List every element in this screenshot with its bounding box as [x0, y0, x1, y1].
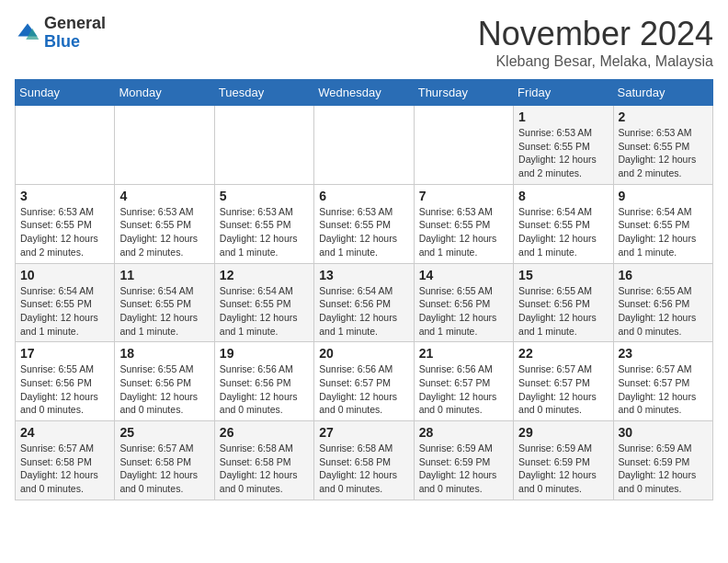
day-info: Sunrise: 6:56 AM Sunset: 6:57 PM Dayligh… [319, 362, 408, 417]
day-info: Sunrise: 6:55 AM Sunset: 6:56 PM Dayligh… [619, 284, 708, 339]
day-info: Sunrise: 6:53 AM Sunset: 6:55 PM Dayligh… [319, 205, 408, 259]
calendar-cell: 16Sunrise: 6:55 AM Sunset: 6:56 PM Dayli… [613, 263, 712, 342]
day-number: 19 [220, 346, 309, 361]
calendar-cell [16, 106, 115, 185]
day-number: 13 [319, 268, 408, 282]
day-info: Sunrise: 6:56 AM Sunset: 6:57 PM Dayligh… [419, 362, 508, 417]
calendar-cell: 25Sunrise: 6:57 AM Sunset: 6:58 PM Dayli… [115, 421, 214, 500]
calendar-cell: 15Sunrise: 6:55 AM Sunset: 6:56 PM Dayli… [514, 263, 613, 342]
calendar-cell: 20Sunrise: 6:56 AM Sunset: 6:57 PM Dayli… [314, 342, 414, 421]
calendar-cell: 7Sunrise: 6:53 AM Sunset: 6:55 PM Daylig… [414, 184, 513, 263]
calendar-cell [414, 106, 513, 185]
calendar-cell: 8Sunrise: 6:54 AM Sunset: 6:55 PM Daylig… [514, 184, 613, 263]
day-info: Sunrise: 6:57 AM Sunset: 6:57 PM Dayligh… [619, 362, 708, 417]
calendar-cell: 4Sunrise: 6:53 AM Sunset: 6:55 PM Daylig… [115, 184, 214, 263]
calendar-cell: 18Sunrise: 6:55 AM Sunset: 6:56 PM Dayli… [115, 342, 214, 421]
day-number: 4 [119, 189, 209, 203]
logo-text: General Blue [44, 15, 106, 52]
day-info: Sunrise: 6:53 AM Sunset: 6:55 PM Dayligh… [220, 205, 309, 259]
day-info: Sunrise: 6:55 AM Sunset: 6:56 PM Dayligh… [419, 284, 508, 339]
day-info: Sunrise: 6:58 AM Sunset: 6:58 PM Dayligh… [319, 442, 408, 496]
day-info: Sunrise: 6:53 AM Sunset: 6:55 PM Dayligh… [20, 205, 109, 259]
calendar-cell: 9Sunrise: 6:54 AM Sunset: 6:55 PM Daylig… [613, 184, 712, 263]
week-row-2: 3Sunrise: 6:53 AM Sunset: 6:55 PM Daylig… [16, 184, 713, 263]
week-row-3: 10Sunrise: 6:54 AM Sunset: 6:55 PM Dayli… [16, 263, 713, 342]
location: Klebang Besar, Melaka, Malaysia [478, 53, 713, 70]
day-info: Sunrise: 6:53 AM Sunset: 6:55 PM Dayligh… [119, 205, 209, 259]
day-number: 25 [119, 425, 209, 440]
calendar-cell: 26Sunrise: 6:58 AM Sunset: 6:58 PM Dayli… [214, 421, 313, 500]
day-info: Sunrise: 6:59 AM Sunset: 6:59 PM Dayligh… [518, 442, 608, 496]
day-number: 14 [419, 268, 508, 282]
day-number: 29 [518, 425, 608, 440]
weekday-header-thursday: Thursday [414, 80, 513, 106]
day-number: 30 [619, 425, 708, 440]
week-row-5: 24Sunrise: 6:57 AM Sunset: 6:58 PM Dayli… [16, 421, 713, 500]
day-number: 21 [419, 346, 508, 361]
day-number: 23 [619, 346, 708, 361]
calendar-cell [314, 106, 414, 185]
day-number: 16 [619, 268, 708, 282]
calendar-cell: 21Sunrise: 6:56 AM Sunset: 6:57 PM Dayli… [414, 342, 513, 421]
weekday-header-row: SundayMondayTuesdayWednesdayThursdayFrid… [16, 80, 713, 106]
weekday-header-saturday: Saturday [613, 80, 712, 106]
calendar-cell [214, 106, 313, 185]
day-info: Sunrise: 6:54 AM Sunset: 6:56 PM Dayligh… [319, 284, 408, 339]
day-number: 20 [319, 346, 408, 361]
calendar-cell: 24Sunrise: 6:57 AM Sunset: 6:58 PM Dayli… [16, 421, 115, 500]
calendar: SundayMondayTuesdayWednesdayThursdayFrid… [15, 79, 713, 500]
day-info: Sunrise: 6:57 AM Sunset: 6:58 PM Dayligh… [20, 442, 109, 496]
week-row-4: 17Sunrise: 6:55 AM Sunset: 6:56 PM Dayli… [16, 342, 713, 421]
day-info: Sunrise: 6:53 AM Sunset: 6:55 PM Dayligh… [419, 205, 508, 259]
day-number: 24 [20, 425, 109, 440]
month-title: November 2024 [478, 15, 713, 53]
calendar-cell: 10Sunrise: 6:54 AM Sunset: 6:55 PM Dayli… [16, 263, 115, 342]
weekday-header-friday: Friday [514, 80, 613, 106]
calendar-cell: 6Sunrise: 6:53 AM Sunset: 6:55 PM Daylig… [314, 184, 414, 263]
logo-icon [15, 20, 40, 46]
calendar-cell: 5Sunrise: 6:53 AM Sunset: 6:55 PM Daylig… [214, 184, 313, 263]
day-info: Sunrise: 6:59 AM Sunset: 6:59 PM Dayligh… [619, 442, 708, 496]
day-info: Sunrise: 6:56 AM Sunset: 6:56 PM Dayligh… [220, 362, 309, 417]
calendar-cell: 29Sunrise: 6:59 AM Sunset: 6:59 PM Dayli… [514, 421, 613, 500]
day-number: 3 [20, 189, 109, 203]
day-info: Sunrise: 6:54 AM Sunset: 6:55 PM Dayligh… [619, 205, 708, 259]
logo: General Blue [15, 15, 106, 52]
day-info: Sunrise: 6:55 AM Sunset: 6:56 PM Dayligh… [20, 362, 109, 417]
day-info: Sunrise: 6:58 AM Sunset: 6:58 PM Dayligh… [220, 442, 309, 496]
week-row-1: 1Sunrise: 6:53 AM Sunset: 6:55 PM Daylig… [16, 106, 713, 185]
calendar-cell: 14Sunrise: 6:55 AM Sunset: 6:56 PM Dayli… [414, 263, 513, 342]
weekday-header-sunday: Sunday [16, 80, 115, 106]
day-info: Sunrise: 6:54 AM Sunset: 6:55 PM Dayligh… [20, 284, 109, 339]
calendar-cell: 13Sunrise: 6:54 AM Sunset: 6:56 PM Dayli… [314, 263, 414, 342]
day-info: Sunrise: 6:55 AM Sunset: 6:56 PM Dayligh… [119, 362, 209, 417]
day-info: Sunrise: 6:57 AM Sunset: 6:57 PM Dayligh… [518, 362, 608, 417]
day-number: 2 [619, 109, 708, 124]
day-number: 1 [518, 109, 608, 124]
day-info: Sunrise: 6:57 AM Sunset: 6:58 PM Dayligh… [119, 442, 209, 496]
day-number: 7 [419, 189, 508, 203]
calendar-cell: 12Sunrise: 6:54 AM Sunset: 6:55 PM Dayli… [214, 263, 313, 342]
day-number: 5 [220, 189, 309, 203]
calendar-cell: 23Sunrise: 6:57 AM Sunset: 6:57 PM Dayli… [613, 342, 712, 421]
weekday-header-wednesday: Wednesday [314, 80, 414, 106]
calendar-cell: 28Sunrise: 6:59 AM Sunset: 6:59 PM Dayli… [414, 421, 513, 500]
day-info: Sunrise: 6:54 AM Sunset: 6:55 PM Dayligh… [220, 284, 309, 339]
day-info: Sunrise: 6:53 AM Sunset: 6:55 PM Dayligh… [518, 126, 608, 180]
day-number: 12 [220, 268, 309, 282]
calendar-cell: 19Sunrise: 6:56 AM Sunset: 6:56 PM Dayli… [214, 342, 313, 421]
calendar-cell: 27Sunrise: 6:58 AM Sunset: 6:58 PM Dayli… [314, 421, 414, 500]
calendar-cell: 3Sunrise: 6:53 AM Sunset: 6:55 PM Daylig… [16, 184, 115, 263]
day-number: 27 [319, 425, 408, 440]
day-number: 11 [119, 268, 209, 282]
day-number: 8 [518, 189, 608, 203]
calendar-cell: 1Sunrise: 6:53 AM Sunset: 6:55 PM Daylig… [514, 106, 613, 185]
day-number: 28 [419, 425, 508, 440]
day-number: 17 [20, 346, 109, 361]
weekday-header-tuesday: Tuesday [214, 80, 313, 106]
day-info: Sunrise: 6:53 AM Sunset: 6:55 PM Dayligh… [619, 126, 708, 180]
calendar-cell [115, 106, 214, 185]
day-info: Sunrise: 6:59 AM Sunset: 6:59 PM Dayligh… [419, 442, 508, 496]
day-number: 9 [619, 189, 708, 203]
page-header: General Blue November 2024 Klebang Besar… [15, 15, 713, 70]
